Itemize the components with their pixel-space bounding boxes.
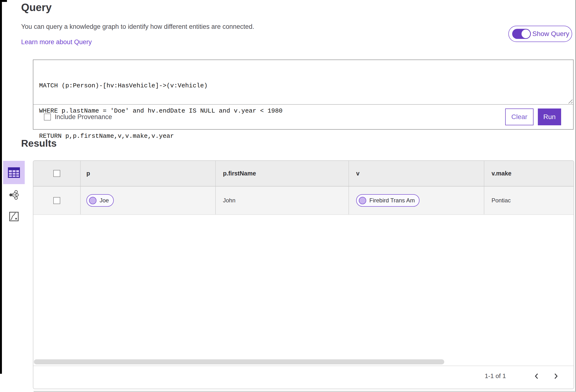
chevron-right-icon xyxy=(553,373,558,380)
chevron-left-icon xyxy=(534,373,539,380)
query-code-line: WHERE p.lastName = 'Doe' and hv.endDate … xyxy=(39,107,567,115)
cell-v: Firebird Trans Am xyxy=(349,186,484,214)
table-icon xyxy=(8,167,20,178)
link-chart-icon xyxy=(9,190,19,200)
results-footer: 1-1 of 1 xyxy=(33,366,574,389)
pagination-next-button[interactable] xyxy=(550,371,561,381)
query-textarea[interactable]: MATCH (p:Person)-[hv:HasVehicle]->(v:Veh… xyxy=(33,60,573,105)
entity-pill-person[interactable]: Joe xyxy=(86,194,114,207)
toggle-switch-icon[interactable] xyxy=(512,29,531,39)
horizontal-scrollbar[interactable] xyxy=(33,359,574,366)
results-title: Results xyxy=(21,138,57,149)
window-frame-bottom xyxy=(34,391,576,392)
learn-more-link[interactable]: Learn more about Query xyxy=(21,38,92,46)
entity-pill-vehicle[interactable]: Firebird Trans Am xyxy=(356,194,420,207)
sidebar-item-link-chart-view[interactable] xyxy=(6,187,22,203)
cell-p-firstname: John xyxy=(216,186,349,214)
row-checkbox[interactable] xyxy=(53,197,60,204)
sidebar-item-map-view[interactable] xyxy=(6,208,22,225)
table-row: Joe John Firebird Trans Am Pontiac xyxy=(33,186,574,215)
cell-v-make: Pontiac xyxy=(484,186,574,214)
page-title: Query xyxy=(21,1,52,13)
page-description: You can query a knowledge graph to ident… xyxy=(21,23,254,30)
map-icon xyxy=(9,212,19,221)
column-header-v-make: v.make xyxy=(484,161,574,186)
entity-dot-icon xyxy=(89,197,96,204)
sidebar-item-table-view[interactable] xyxy=(3,161,25,184)
entity-pill-label: Firebird Trans Am xyxy=(369,197,415,204)
show-query-toggle[interactable]: Show Query xyxy=(508,26,572,42)
select-all-checkbox[interactable] xyxy=(53,170,60,177)
column-header-p-firstname: p.firstName xyxy=(216,161,349,186)
pagination-range-label: 1-1 of 1 xyxy=(485,372,506,380)
query-code-line: MATCH (p:Person)-[hv:HasVehicle]->(v:Veh… xyxy=(39,82,567,90)
toggle-knob xyxy=(521,30,530,38)
header-select-cell xyxy=(33,161,81,186)
column-header-v: v xyxy=(349,161,484,186)
column-header-p: p xyxy=(81,161,216,186)
textarea-resize-handle[interactable] xyxy=(567,98,572,103)
entity-pill-label: Joe xyxy=(100,197,109,204)
window-frame-left xyxy=(0,2,2,374)
query-code-line: RETURN p,p.firstName,v,v.make,v.year xyxy=(39,132,567,140)
table-header-row: p p.firstName v v.make xyxy=(33,161,574,186)
results-panel: p p.firstName v v.make Joe John Firebird… xyxy=(33,160,574,389)
pagination-prev-button[interactable] xyxy=(531,371,542,381)
show-query-label: Show Query xyxy=(532,30,569,38)
scrollbar-thumb[interactable] xyxy=(34,359,444,364)
query-panel: MATCH (p:Person)-[hv:HasVehicle]->(v:Veh… xyxy=(33,60,574,130)
entity-dot-icon xyxy=(359,197,366,204)
row-select-cell xyxy=(33,186,81,214)
cell-p: Joe xyxy=(81,186,216,214)
